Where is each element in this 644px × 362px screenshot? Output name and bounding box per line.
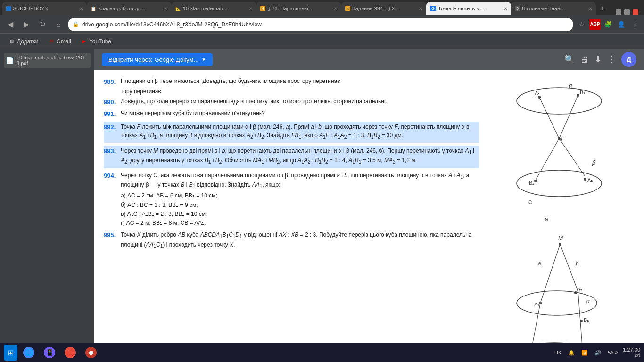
tab-favicon-5: 4 (345, 6, 350, 11)
bookmark-youtube[interactable]: ▶ YouTube (77, 37, 115, 46)
new-tab-button[interactable]: + (596, 2, 609, 15)
svg-text:A₂: A₂ (577, 287, 582, 292)
taskbar-opera[interactable]: ⭕ (61, 345, 80, 361)
download-icon[interactable]: ⬇ (594, 54, 602, 65)
print-icon[interactable]: 🖨 (580, 55, 589, 65)
svg-text:B₂: B₂ (529, 180, 534, 186)
start-button[interactable]: ⊞ (4, 345, 17, 361)
forward-button[interactable]: ▶ (20, 18, 33, 31)
bookmark-star-button[interactable]: ☆ (576, 19, 587, 30)
open-in-docs-button[interactable]: Відкрити через: Google Докум... ▼ (102, 53, 213, 66)
problem-994-line: 994. Через точку C, яка лежить поза пара… (104, 171, 479, 190)
problem-995: 995. Точка X ділить ребро AB куба ABCDA1… (104, 230, 479, 250)
back-button[interactable]: ◀ (4, 18, 17, 31)
tab-school[interactable]: 3 Школьные Знані... ✕ (511, 2, 596, 15)
date-text: сб (623, 353, 640, 358)
bookmark-addons[interactable]: ⊞ Додатки (5, 37, 42, 46)
content-area: 📄 10-klas-matematika-bevz-2018.pdf Відкр… (0, 49, 644, 362)
tab-close-3[interactable]: ✕ (249, 6, 253, 11)
svg-text:A₁: A₁ (535, 90, 540, 96)
pdf-toolbar-left: Відкрити через: Google Докум... ▼ (102, 53, 213, 66)
addons-favicon: ⊞ (8, 38, 15, 45)
search-icon[interactable]: 🔍 (564, 54, 575, 65)
problem-995-num: 995. (104, 230, 119, 250)
tab-zadanie[interactable]: 4 Задание 994 - § 2... ✕ (341, 2, 426, 15)
user-avatar-button[interactable]: Д (621, 52, 636, 67)
svg-line-24 (540, 244, 560, 303)
network-icon[interactable]: 📶 (579, 349, 590, 357)
tab-suicideboys[interactable]: 🟦 $UICIDEBOY$ ✕ (2, 2, 87, 15)
clock-display[interactable]: 1:27:30 сб (623, 347, 640, 358)
language-indicator[interactable]: UK (553, 349, 563, 356)
tab-klasna[interactable]: 📋 Класна робота дл... ✕ (87, 2, 172, 15)
svg-line-10 (536, 139, 559, 180)
bookmark-gmail[interactable]: ✉ Gmail (44, 37, 75, 46)
svg-point-1 (517, 88, 602, 114)
problem-991-line: 991. Чи може перерізом куба бути правиль… (104, 109, 479, 119)
volume-icon[interactable]: 🔊 (593, 349, 603, 357)
svg-line-25 (560, 244, 578, 291)
viber-icon: 📱 (44, 347, 55, 358)
tab-close-7[interactable]: ✕ (588, 6, 592, 11)
home-button[interactable]: ⌂ (52, 18, 65, 31)
tab-favicon-7: 3 (515, 6, 520, 11)
open-btn-text: Відкрити через: Google Докум... (108, 56, 198, 63)
svg-text:β: β (592, 159, 596, 166)
youtube-favicon: ▶ (81, 38, 87, 45)
address-bar[interactable]: 🔒 drive.google.com/file/d/13xC446hXAL8_r… (68, 18, 573, 31)
svg-text:a: a (538, 260, 541, 267)
svg-text:F: F (561, 136, 565, 142)
problem-993-num: 993. (104, 147, 119, 166)
svg-text:A₂: A₂ (587, 177, 593, 183)
taskbar-viber[interactable]: 📱 (40, 345, 59, 361)
svg-text:A₁: A₁ (534, 302, 539, 307)
refresh-button[interactable]: ↻ (36, 18, 49, 31)
problem-992-line: 992. Точка F лежить між паралельними пло… (104, 123, 479, 140)
tab-favicon-2: 📋 (91, 6, 96, 11)
diagram-area: α A₁ B₁ F (484, 77, 635, 362)
tab-10klas[interactable]: 📐 10-klas-matemati... ✕ (172, 2, 256, 15)
problem-995-line: 995. Точка X ділить ребро AB куба ABCDA1… (104, 230, 479, 250)
tab-label-1: $UICIDEBOY$ (13, 6, 77, 11)
tab-close-1[interactable]: ✕ (79, 6, 83, 11)
pdf-toolbar: Відкрити через: Google Докум... ▼ 🔍 🖨 ⬇ … (94, 49, 644, 70)
problem-990-line: 990. Доведіть, що коли перерізом паралел… (104, 98, 479, 107)
svg-text:a: a (528, 198, 532, 205)
svg-text:B₁: B₁ (580, 90, 585, 95)
taskbar-chrome[interactable]: 🌐 (19, 345, 38, 361)
problem-993: 993. Через точку M проведено дві прямі a… (104, 146, 479, 168)
tab-label-7: Школьные Знані... (522, 6, 586, 11)
problem-992: 992. Точка F лежить між паралельними пло… (104, 122, 479, 143)
tab-parallel[interactable]: 4 § 26. Паралельні... ✕ (256, 2, 341, 15)
svg-point-34 (580, 320, 583, 322)
notification-icon[interactable]: 🔔 (566, 349, 577, 357)
profile-button[interactable]: 👤 (616, 19, 627, 30)
svg-point-14 (534, 180, 537, 182)
svg-text:B₂: B₂ (584, 317, 589, 323)
svg-text:α: α (586, 298, 590, 304)
settings-button[interactable]: ⋮ (629, 19, 640, 30)
svg-point-16 (584, 178, 586, 181)
taskbar-recorder[interactable]: ⏺ (82, 345, 100, 361)
tab-close-5[interactable]: ✕ (419, 6, 422, 11)
tab-close-2[interactable]: ✕ (164, 6, 168, 11)
more-options-icon[interactable]: ⋮ (607, 54, 616, 65)
pdf-toolbar-right: 🔍 🖨 ⬇ ⋮ Д (564, 52, 636, 67)
svg-text:M: M (558, 235, 563, 242)
tab-tochka-active[interactable]: G Точка F лежить м... ✕ (426, 2, 511, 15)
problem-990-num: 990. (104, 98, 119, 107)
minimize-button[interactable] (616, 9, 621, 15)
maximize-button[interactable] (624, 9, 630, 15)
problem-989-num: 989. (104, 77, 119, 87)
tab-close-6[interactable]: ✕ (504, 6, 507, 11)
svg-text:b: b (576, 260, 579, 267)
problem-994: 994. Через точку C, яка лежить поза пара… (104, 171, 479, 228)
tab-close-4[interactable]: ✕ (334, 6, 338, 11)
taskbar: ⊞ 🌐 📱 ⭕ ⏺ UK 🔔 📶 🔊 56% (0, 343, 644, 362)
abp-button[interactable]: ABP (589, 19, 601, 30)
problem-992-num: 992. (104, 123, 119, 140)
battery-indicator[interactable]: 56% (606, 349, 620, 356)
extensions-button[interactable]: 🧩 (603, 19, 614, 30)
close-button[interactable] (633, 9, 638, 15)
tab-label-5: Задание 994 - § 2... (352, 6, 417, 11)
